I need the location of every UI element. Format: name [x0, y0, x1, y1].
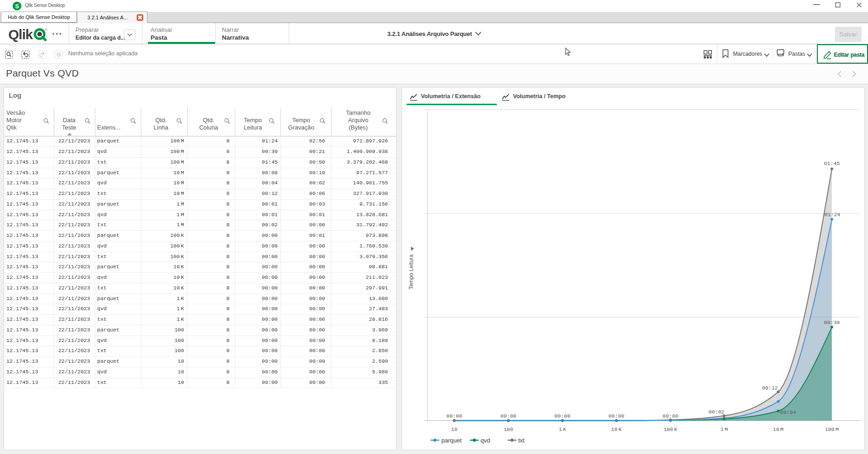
svg-text:txt: txt	[518, 437, 525, 444]
svg-text:00:04: 00:04	[780, 409, 796, 415]
svg-text:00:00: 00:00	[608, 413, 624, 419]
svg-text:parquet: parquet	[442, 437, 462, 444]
svg-text:10: 10	[451, 426, 458, 432]
svg-text:01:24: 01:24	[824, 212, 840, 218]
svg-text:100: 100	[504, 426, 513, 432]
svg-text:100 M: 100 M	[825, 426, 839, 432]
svg-text:01:45: 01:45	[824, 160, 840, 166]
svg-text:00:00: 00:00	[446, 413, 462, 419]
svg-text:00:39: 00:39	[824, 319, 840, 325]
svg-text:00:00: 00:00	[554, 413, 571, 419]
svg-text:1 K: 1 K	[559, 426, 566, 432]
svg-text:1 M: 1 M	[720, 426, 728, 432]
svg-text:00:00: 00:00	[501, 413, 517, 419]
svg-text:qvd: qvd	[481, 437, 490, 444]
svg-text:10 M: 10 M	[773, 426, 783, 432]
svg-text:00:02: 00:02	[709, 409, 725, 415]
svg-text:00:12: 00:12	[762, 385, 778, 391]
svg-text:00:00: 00:00	[663, 413, 679, 419]
svg-text:100 K: 100 K	[664, 426, 677, 432]
svg-text:Tempo Leitura: Tempo Leitura	[408, 254, 414, 289]
svg-text:10 K: 10 K	[611, 426, 622, 432]
svg-text:S: S	[15, 3, 19, 10]
